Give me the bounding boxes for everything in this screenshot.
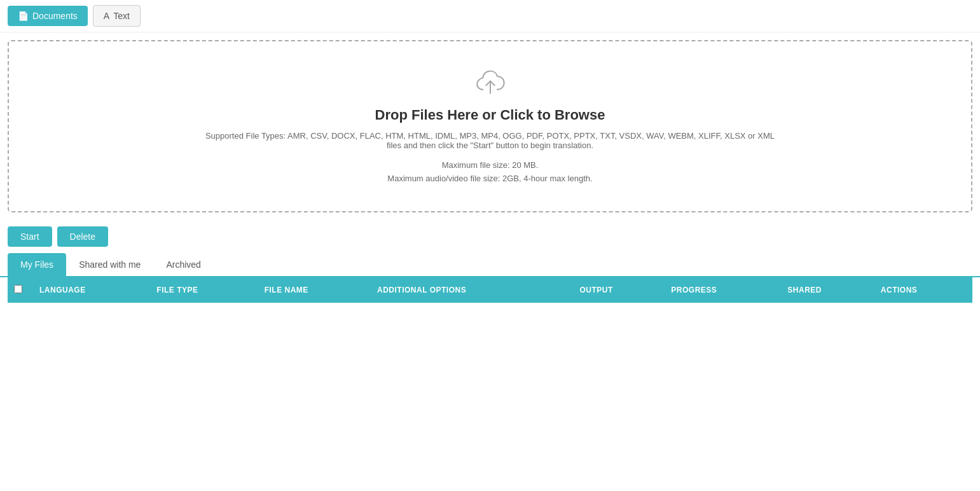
tab-archived[interactable]: Archived [153, 253, 213, 276]
cloud-upload-icon [22, 67, 958, 107]
dropzone-supported-types: Supported File Types: AMR, CSV, DOCX, FL… [204, 131, 776, 150]
table-header: LANGUAGE FILE TYPE FILE NAME ADDITIONAL … [8, 277, 972, 303]
table-header-output: OUTPUT [573, 277, 665, 303]
dropzone[interactable]: Drop Files Here or Click to Browse Suppo… [8, 40, 972, 212]
dropzone-title: Drop Files Here or Click to Browse [22, 107, 958, 123]
text-translate-icon: A [104, 11, 109, 21]
document-icon: 📄 [18, 11, 29, 21]
documents-button[interactable]: 📄 Documents [8, 6, 88, 26]
file-table: LANGUAGE FILE TYPE FILE NAME ADDITIONAL … [8, 277, 972, 303]
table-header-language: LANGUAGE [33, 277, 150, 303]
toolbar: 📄 Documents A Text [0, 0, 980, 32]
dropzone-file-size-limit: Maximum file size: 20 MB. Maximum audio/… [22, 159, 958, 186]
text-button[interactable]: A Text [93, 5, 141, 27]
table-header-actions: ACTIONS [874, 277, 972, 303]
table-header-progress: PROGRESS [665, 277, 781, 303]
start-button[interactable]: Start [8, 226, 52, 247]
delete-button[interactable]: Delete [57, 226, 108, 247]
table-header-additional-options: ADDITIONAL OPTIONS [371, 277, 573, 303]
table-header-file-type: FILE TYPE [150, 277, 258, 303]
table-header-file-name: FILE NAME [258, 277, 371, 303]
select-all-checkbox[interactable] [14, 285, 22, 293]
table-header-shared: SHARED [781, 277, 874, 303]
tab-my-files[interactable]: My Files [8, 253, 66, 276]
file-tabs: My Files Shared with me Archived [0, 253, 980, 277]
action-buttons-bar: Start Delete [0, 220, 980, 253]
table-header-checkbox [8, 277, 33, 303]
tab-shared-with-me[interactable]: Shared with me [66, 253, 153, 276]
file-table-wrapper: LANGUAGE FILE TYPE FILE NAME ADDITIONAL … [8, 277, 972, 303]
documents-label: Documents [32, 11, 78, 21]
text-label: Text [113, 11, 130, 21]
